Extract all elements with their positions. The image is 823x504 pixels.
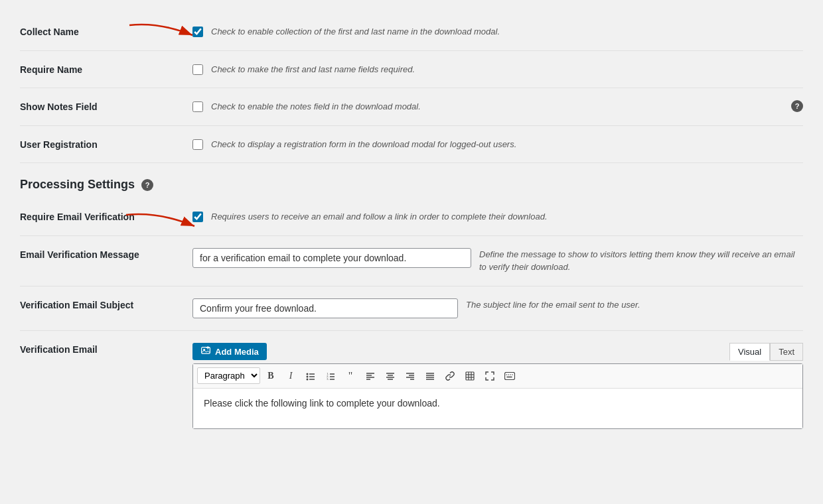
verification-email-editor-area: Add Media Visual Text Paragraph Heading … bbox=[192, 343, 803, 429]
svg-rect-32 bbox=[466, 372, 474, 380]
show-notes-field-label: Show Notes Field bbox=[20, 100, 192, 112]
require-name-checkbox[interactable] bbox=[192, 64, 203, 75]
paragraph-select[interactable]: Paragraph Heading 1 Heading 2 Heading 3 bbox=[197, 367, 260, 384]
visual-text-tabs: Visual Text bbox=[729, 343, 803, 361]
verification-email-subject-input[interactable] bbox=[192, 298, 458, 318]
editor-wrapper: Paragraph Heading 1 Heading 2 Heading 3 … bbox=[192, 363, 803, 429]
verification-email-subject-content: The subject line for the email sent to t… bbox=[192, 298, 803, 318]
svg-rect-2 bbox=[202, 347, 210, 354]
align-justify-button[interactable] bbox=[421, 367, 439, 385]
require-name-content: Check to make the first and last name fi… bbox=[192, 63, 803, 76]
email-msg-top: Define the message to show to visitors l… bbox=[192, 248, 798, 274]
table-button[interactable] bbox=[461, 367, 479, 385]
verification-email-subject-row: Verification Email Subject The subject l… bbox=[20, 286, 803, 331]
add-media-icon bbox=[200, 346, 211, 357]
svg-text:3.: 3. bbox=[327, 377, 329, 381]
collect-name-row: Collect Name Check to enable collection … bbox=[20, 13, 803, 51]
require-email-verification-label: Require Email Verification bbox=[20, 210, 192, 222]
show-notes-field-description: Check to enable the notes field in the d… bbox=[211, 100, 777, 113]
require-email-verification-description: Requires users to receive an email and f… bbox=[211, 210, 803, 223]
editor-content[interactable]: Please click the following link to compl… bbox=[193, 389, 802, 428]
verification-email-subject-label: Verification Email Subject bbox=[20, 298, 192, 310]
processing-settings-heading: Processing Settings bbox=[20, 178, 135, 192]
visual-tab[interactable]: Visual bbox=[729, 343, 770, 361]
verification-email-row: Verification Email Add Media Visual Text bbox=[20, 331, 803, 441]
editor-text: Please click the following link to compl… bbox=[204, 398, 440, 409]
email-verification-message-content: Define the message to show to visitors l… bbox=[192, 248, 803, 274]
ordered-list-button[interactable]: 1.2.3. bbox=[321, 367, 340, 385]
email-verification-message-label: Email Verification Message bbox=[20, 248, 192, 260]
collect-name-content: Check to enable collection of the first … bbox=[192, 25, 803, 38]
align-left-button[interactable] bbox=[361, 367, 380, 385]
user-registration-description: Check to display a registration form in … bbox=[211, 138, 803, 151]
require-email-verification-checkbox[interactable] bbox=[192, 212, 203, 222]
user-registration-label: User Registration bbox=[20, 138, 192, 150]
add-media-label: Add Media bbox=[215, 347, 259, 357]
show-notes-field-content: Check to enable the notes field in the d… bbox=[192, 100, 803, 113]
show-notes-help-icon[interactable]: ? bbox=[791, 100, 803, 112]
expand-button[interactable] bbox=[481, 367, 499, 385]
svg-point-8 bbox=[307, 378, 309, 380]
processing-settings-help-icon[interactable]: ? bbox=[141, 179, 153, 191]
align-center-button[interactable] bbox=[381, 367, 400, 385]
email-verification-message-row: Email Verification Message Define the me… bbox=[20, 236, 803, 286]
add-media-button[interactable]: Add Media bbox=[192, 343, 267, 360]
text-tab[interactable]: Text bbox=[770, 343, 803, 361]
collect-name-description: Check to enable collection of the first … bbox=[211, 25, 803, 38]
require-email-verification-content: Requires users to receive an email and f… bbox=[192, 210, 803, 223]
email-verification-message-input[interactable] bbox=[192, 248, 471, 268]
align-right-button[interactable] bbox=[401, 367, 419, 385]
bold-button[interactable]: B bbox=[262, 367, 280, 385]
user-registration-row: User Registration Check to display a reg… bbox=[20, 126, 803, 164]
require-email-verification-row: Require Email Verification Requires user… bbox=[20, 198, 803, 236]
blockquote-button[interactable]: " bbox=[341, 367, 360, 385]
svg-point-6 bbox=[307, 375, 309, 377]
require-name-row: Require Name Check to make the first and… bbox=[20, 51, 803, 89]
verification-email-subject-description: The subject line for the email sent to t… bbox=[466, 298, 803, 312]
editor-topbar: Add Media Visual Text bbox=[192, 343, 803, 361]
require-name-label: Require Name bbox=[20, 63, 192, 75]
show-notes-field-checkbox[interactable] bbox=[192, 101, 203, 112]
keyboard-button[interactable] bbox=[500, 367, 519, 385]
svg-point-4 bbox=[307, 373, 309, 375]
link-button[interactable] bbox=[441, 367, 459, 385]
settings-container: Collect Name Check to enable collection … bbox=[0, 0, 823, 454]
email-verification-message-description: Define the message to show to visitors l… bbox=[479, 248, 798, 274]
require-name-description: Check to make the first and last name fi… bbox=[211, 63, 803, 76]
svg-rect-37 bbox=[505, 372, 515, 379]
editor-toolbar: Paragraph Heading 1 Heading 2 Heading 3 … bbox=[193, 364, 802, 389]
unordered-list-button[interactable] bbox=[301, 367, 320, 385]
collect-name-checkbox[interactable] bbox=[192, 27, 203, 37]
user-registration-checkbox[interactable] bbox=[192, 139, 203, 150]
collect-name-label: Collect Name bbox=[20, 25, 192, 37]
italic-button[interactable]: I bbox=[281, 367, 300, 385]
processing-settings-heading-row: Processing Settings ? bbox=[20, 163, 803, 198]
verification-email-label: Verification Email bbox=[20, 343, 192, 355]
show-notes-field-row: Show Notes Field Check to enable the not… bbox=[20, 88, 803, 126]
user-registration-content: Check to display a registration form in … bbox=[192, 138, 803, 151]
